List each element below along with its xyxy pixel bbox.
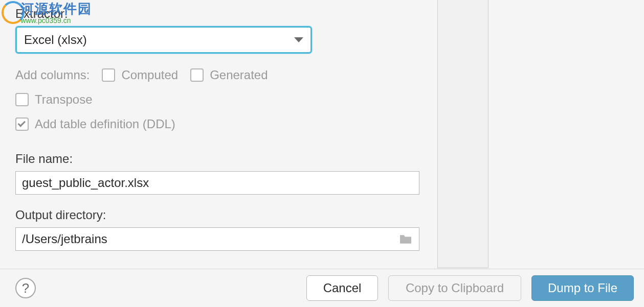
dump-to-file-button[interactable]: Dump to File xyxy=(531,275,634,301)
copy-to-clipboard-button[interactable]: Copy to Clipboard xyxy=(388,275,521,301)
filename-input[interactable]: guest_public_actor.xlsx xyxy=(15,171,419,195)
side-panel xyxy=(430,0,644,307)
output-directory-label: Output directory: xyxy=(15,208,414,222)
filename-value: guest_public_actor.xlsx xyxy=(22,176,413,190)
add-columns-label: Add columns: xyxy=(15,68,90,82)
transpose-label: Transpose xyxy=(35,92,93,107)
extractor-select[interactable]: Excel (xlsx) xyxy=(15,26,312,54)
extractor-label: Extractor: xyxy=(15,7,414,21)
side-panel-inner xyxy=(437,0,488,268)
filename-label: File name: xyxy=(15,152,414,166)
transpose-checkbox[interactable] xyxy=(15,93,29,106)
output-directory-value: /Users/jetbrains xyxy=(22,232,398,246)
computed-label: Computed xyxy=(121,68,178,82)
generated-label: Generated xyxy=(210,68,268,82)
bottom-toolbar: ? Cancel Copy to Clipboard Dump to File xyxy=(0,269,644,307)
help-button[interactable]: ? xyxy=(15,278,36,298)
folder-icon[interactable] xyxy=(398,233,413,245)
computed-checkbox[interactable] xyxy=(102,68,115,82)
ddl-checkbox[interactable] xyxy=(15,117,29,131)
help-icon: ? xyxy=(22,280,29,296)
chevron-down-icon xyxy=(294,37,303,42)
cancel-button[interactable]: Cancel xyxy=(306,275,378,301)
export-form: Extractor: Excel (xlsx) Add columns: Com… xyxy=(0,0,430,307)
generated-checkbox[interactable] xyxy=(190,68,204,82)
extractor-value: Excel (xlsx) xyxy=(24,33,294,47)
output-directory-input[interactable]: /Users/jetbrains xyxy=(15,227,419,251)
ddl-label: Add table definition (DDL) xyxy=(35,117,175,131)
